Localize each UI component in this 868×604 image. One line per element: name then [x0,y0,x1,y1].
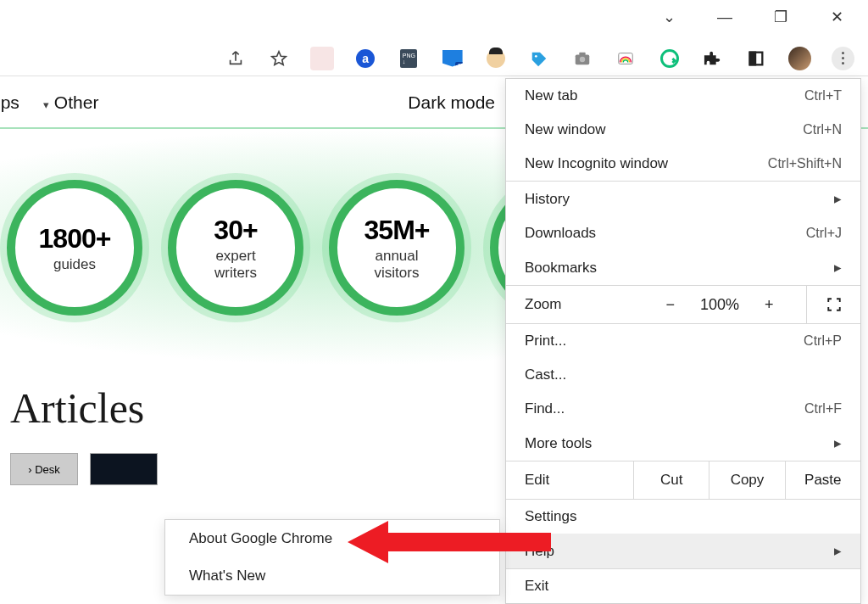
stat-visitors: 35M+annual visitors [329,180,465,316]
profile-avatar[interactable] [788,47,811,70]
chevron-right-icon: ▸ [834,542,842,560]
chevron-right-icon: ▸ [834,434,842,452]
nav-item-ips[interactable]: ips [0,92,19,113]
rainbow-icon[interactable] [615,47,637,70]
stat-guides: 1800+guides [7,180,142,316]
nav-item-other[interactable]: ▾Other [43,92,99,113]
edit-label: Edit [506,461,633,499]
red-arrow-annotation [348,516,551,568]
menu-zoom-row: Zoom − 100% + [506,285,860,324]
menu-more-tools[interactable]: More tools▸ [506,426,860,461]
article-tile-dark[interactable] [90,453,158,485]
zoom-minus[interactable]: − [665,296,675,314]
stat-writers: 30+expert writers [168,180,303,316]
window-maximize-icon[interactable]: ❐ [773,9,788,25]
zoom-level: 100% [700,296,739,314]
kebab-menu-icon[interactable] [832,47,854,70]
blank-icon[interactable] [310,47,333,70]
window-minimize-icon[interactable]: — [717,9,732,25]
square-icon[interactable] [744,47,767,70]
menu-new-window[interactable]: New windowCtrl+N [506,113,860,147]
edit-paste[interactable]: Paste [785,461,860,499]
menu-incognito[interactable]: New Incognito windowCtrl+Shift+N [506,147,860,181]
svg-marker-7 [348,521,551,563]
svg-rect-3 [580,52,586,55]
menu-bookmarks[interactable]: Bookmarks▸ [506,250,860,285]
menu-history[interactable]: History▸ [506,182,860,216]
window-chevron-icon[interactable]: ⌄ [661,9,676,25]
fullscreen-icon[interactable] [806,286,860,323]
svg-point-2 [580,56,585,61]
a-blue-icon[interactable]: a [354,47,377,70]
zoom-label: Zoom [506,286,633,323]
menu-exit[interactable]: Exit [506,569,860,603]
chevron-right-icon: ▸ [834,190,842,208]
share-icon[interactable] [224,47,247,70]
avatar-hat-icon[interactable] [484,47,507,70]
star-icon[interactable] [267,47,290,70]
menu-edit-row: Edit Cut Copy Paste [506,461,860,499]
puzzle-icon[interactable] [701,47,724,70]
tag-icon[interactable] [527,47,550,70]
menu-help[interactable]: Help▸ [506,534,860,568]
edit-cut[interactable]: Cut [633,461,709,499]
chevron-right-icon: ▸ [834,259,842,277]
menu-cast[interactable]: Cast... [506,358,860,392]
browser-toolbar: a PNG↓ 1 [0,41,868,76]
png-dl-icon[interactable]: PNG↓ [398,47,420,70]
menu-new-tab[interactable]: New tabCtrl+T [506,79,860,113]
menu-find[interactable]: Find...Ctrl+F [506,392,860,426]
menu-settings[interactable]: Settings [506,500,860,534]
zoom-plus[interactable]: + [765,296,774,314]
mail-blue-icon[interactable]: 1 [441,47,464,70]
menu-print[interactable]: Print...Ctrl+P [506,324,860,358]
article-tile-desk[interactable]: › Desk [10,453,78,485]
grammarly-icon[interactable] [658,47,681,70]
chrome-main-menu: New tabCtrl+T New windowCtrl+N New Incog… [505,78,861,604]
dark-mode-label[interactable]: Dark mode [408,92,495,113]
svg-point-0 [535,54,537,57]
camera-icon[interactable] [571,47,594,70]
window-close-icon[interactable]: ✕ [829,9,844,25]
menu-downloads[interactable]: DownloadsCtrl+J [506,216,860,250]
svg-rect-6 [750,52,755,64]
window-controls: ⌄ — ❐ ✕ [661,0,868,34]
edit-copy[interactable]: Copy [709,461,784,499]
